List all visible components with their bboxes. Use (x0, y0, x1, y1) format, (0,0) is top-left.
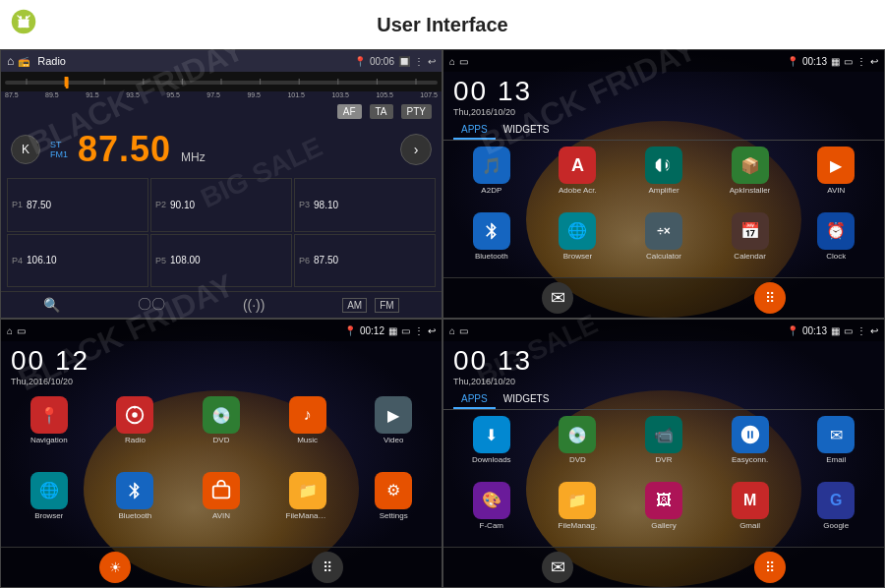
app-icon-bluetooth-tr (473, 212, 510, 250)
search-icon[interactable]: 🔍 (43, 297, 60, 313)
app-icon-downloads: ⬇ (473, 416, 510, 453)
app-icon-easyconnect (732, 416, 769, 453)
equalizer-icon[interactable]: 〇〇 (138, 296, 165, 314)
app-bluetooth-tr[interactable]: Bluetooth (451, 212, 532, 272)
pty-button[interactable]: PTY (401, 104, 432, 119)
app-gmail[interactable]: M Gmail (710, 482, 791, 542)
menu-icon-tr[interactable]: ⋮ (856, 56, 866, 67)
app-dvr[interactable]: 📹 DVR (623, 416, 704, 476)
app-easyconnect[interactable]: Easyconn. (710, 416, 791, 476)
back-icon-tr[interactable]: ↩ (870, 56, 878, 67)
app-dock-br: ✉ ⠿ (443, 547, 884, 587)
am-button[interactable]: AM (342, 298, 367, 313)
app-gallery[interactable]: 🖼 Gallery (623, 482, 704, 542)
apps-tabs-tr: APPS WIDGETS (443, 121, 884, 141)
app-video-bl[interactable]: ▶ Video (353, 396, 434, 466)
br-status-bar: ⌂ ▭ 📍 00:13 ▦ ▭ ⋮ ↩ (443, 320, 884, 341)
menu-icon-bl[interactable]: ⋮ (414, 325, 424, 336)
app-adobe[interactable]: A Adobe Acr. (538, 147, 619, 206)
app-calendar[interactable]: 📅 Calendar (710, 212, 791, 272)
preset-num-1: P1 (12, 200, 23, 209)
af-button[interactable]: AF (337, 104, 362, 119)
back-icon-br[interactable]: ↩ (870, 325, 878, 336)
clock-widget-tr: 00 13 Thu,2016/10/20 (443, 72, 884, 121)
preset-2[interactable]: P2 90.10 (150, 178, 292, 232)
dock-apps-icon-br[interactable]: ⠿ (754, 552, 786, 583)
app-browser-bl[interactable]: 🌐 Browser (9, 472, 89, 542)
app-icon-a2dp: 🎵 (473, 147, 510, 184)
app-icon-gallery: 🖼 (645, 482, 682, 519)
app-dvd-br[interactable]: 💿 DVD (538, 416, 619, 476)
clock-time-br: 00 13 (453, 345, 874, 377)
app-label-avin-bl: AVIN (212, 511, 230, 520)
svg-rect-8 (21, 28, 24, 31)
app-icon-dvr: 📹 (645, 416, 682, 453)
app-browser-tr[interactable]: 🌐 Browser (538, 212, 619, 272)
app-icon-filemanager-br: 📁 (559, 482, 596, 519)
dock-mail-icon-br[interactable]: ✉ (542, 552, 573, 583)
preset-val-2: 90.10 (170, 200, 195, 210)
menu-icon[interactable]: ⋮ (414, 56, 424, 67)
app-a2dp[interactable]: 🎵 A2DP (451, 147, 532, 206)
k-button[interactable]: K (11, 135, 40, 164)
app-label-downloads: Downloads (472, 455, 511, 464)
app-bluetooth-bl[interactable]: Bluetooth (95, 472, 176, 542)
frequency-scale (5, 72, 438, 91)
app-calculator[interactable]: ÷× Calculator (623, 212, 704, 272)
menu-icon-br[interactable]: ⋮ (856, 325, 866, 336)
preset-1[interactable]: P1 87.50 (7, 178, 148, 232)
preset-6[interactable]: P6 87.50 (294, 234, 436, 288)
app-label-easyconnect: Easyconn. (732, 455, 768, 464)
app-google[interactable]: G Google (796, 482, 876, 542)
dock-sun-icon[interactable]: ☀ (99, 552, 131, 583)
app-dvd-bl[interactable]: 💿 DVD (181, 396, 262, 466)
app-icon-avin-tr: ▶ (817, 147, 855, 184)
app-settings-bl[interactable]: ⚙ Settings (353, 472, 434, 542)
app-avin-bl[interactable]: AVIN (181, 472, 262, 542)
app-label-bluetooth-tr: Bluetooth (475, 252, 508, 261)
app-fcam[interactable]: 🎨 F-Cam (451, 482, 532, 542)
antenna-icon[interactable]: ((·)) (243, 297, 266, 313)
app-icon-dvd-br: 💿 (559, 416, 596, 453)
back-icon[interactable]: ↩ (428, 56, 436, 67)
tab-widgets-br[interactable]: WIDGETS (496, 390, 558, 409)
app-filemanager-bl[interactable]: 📁 FileManager (267, 472, 348, 542)
home-icon-tr[interactable]: ⌂ (449, 56, 455, 67)
br-status-left: ⌂ ▭ (449, 325, 468, 336)
app-grid-tr: 🎵 A2DP A Adobe Acr. Amplifier 📦 ApkInsta… (443, 141, 884, 277)
app-downloads[interactable]: ⬇ Downloads (451, 416, 532, 476)
next-button[interactable]: › (400, 134, 432, 165)
fm-button[interactable]: FM (375, 298, 398, 313)
app-navigation[interactable]: 📍 Navigation (9, 396, 89, 466)
app-email[interactable]: ✉ Email (796, 416, 876, 476)
tab-apps-tr[interactable]: APPS (453, 121, 496, 140)
app-icon-navigation: 📍 (30, 396, 68, 434)
dock-mail-icon[interactable]: ✉ (542, 282, 573, 314)
tab-apps-br[interactable]: APPS (453, 390, 496, 409)
app-label-apkinstaller: ApkInstaller (730, 186, 771, 195)
tab-widgets-tr[interactable]: WIDGETS (496, 121, 558, 140)
clock-date-bl: Thu,2016/10/20 (11, 377, 432, 386)
preset-3[interactable]: P3 98.10 (294, 178, 436, 232)
app-amplifier[interactable]: Amplifier (623, 147, 704, 206)
app-radio-bl[interactable]: Radio (95, 396, 176, 466)
home-icon[interactable]: ⌂ (7, 54, 14, 68)
dock-apps-icon-bl[interactable]: ⠿ (312, 552, 343, 583)
app-label-browser-tr: Browser (563, 252, 592, 261)
back-icon-bl[interactable]: ↩ (428, 325, 436, 336)
app-clock[interactable]: ⏰ Clock (796, 212, 876, 272)
preset-5[interactable]: P5 108.00 (150, 234, 292, 288)
app-icon-email: ✉ (817, 416, 855, 453)
battery-icon: 🔲 (398, 56, 410, 67)
app-avin-tr[interactable]: ▶ AVIN (796, 147, 876, 206)
app-icon-radio-bl (116, 396, 153, 434)
app-apkinstaller[interactable]: 📦 ApkInstaller (710, 147, 791, 206)
app-music-bl[interactable]: ♪ Music (267, 396, 348, 466)
home-icon-bl[interactable]: ⌂ (7, 325, 13, 336)
preset-4[interactable]: P4 106.10 (7, 234, 148, 288)
svg-rect-1 (18, 19, 30, 28)
dock-apps-icon[interactable]: ⠿ (754, 282, 786, 314)
ta-button[interactable]: TA (370, 104, 393, 119)
home-icon-br[interactable]: ⌂ (449, 325, 455, 336)
app-filemanager-br[interactable]: 📁 FileManag. (538, 482, 619, 542)
